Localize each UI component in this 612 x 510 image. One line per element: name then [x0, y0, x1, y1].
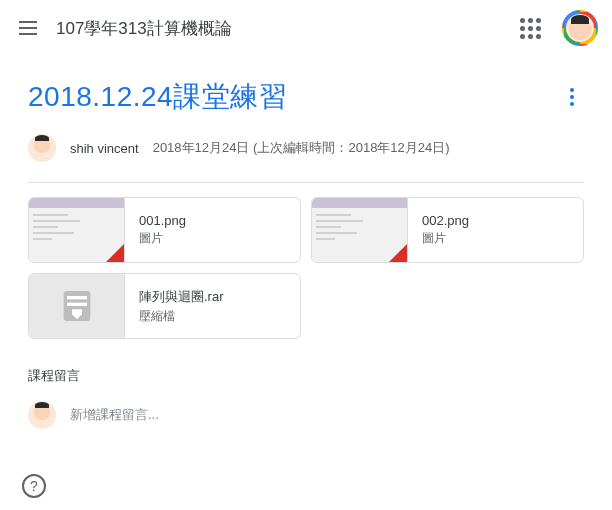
- image-thumbnail: [312, 198, 408, 262]
- comment-placeholder: 新增課程留言...: [70, 406, 159, 424]
- attachment-name: 001.png: [139, 213, 186, 228]
- menu-icon[interactable]: [14, 14, 42, 42]
- author-name: shih vincent: [70, 141, 139, 156]
- attachment-info: 001.png圖片: [125, 198, 200, 262]
- attachment-type: 圖片: [139, 230, 186, 247]
- author-avatar: [28, 134, 56, 162]
- archive-thumbnail: [29, 274, 125, 338]
- divider: [28, 182, 584, 183]
- attachment-type: 圖片: [422, 230, 469, 247]
- attachment-info: 陣列與迴圈.rar壓縮檔: [125, 274, 238, 338]
- author-row: shih vincent 2018年12月24日 (上次編輯時間：2018年12…: [28, 134, 584, 162]
- course-title[interactable]: 107學年313計算機概論: [56, 17, 518, 40]
- account-avatar[interactable]: [562, 10, 598, 46]
- attachments-grid: 001.png圖片002.png圖片陣列與迴圈.rar壓縮檔: [28, 197, 584, 339]
- help-icon[interactable]: ?: [22, 474, 46, 498]
- comment-input-row[interactable]: 新增課程留言...: [28, 401, 584, 429]
- attachment-info: 002.png圖片: [408, 198, 483, 262]
- attachment-type: 壓縮檔: [139, 308, 224, 325]
- comments-section-label: 課程留言: [28, 367, 584, 385]
- apps-grid-icon[interactable]: [518, 16, 542, 40]
- attachment-name: 陣列與迴圈.rar: [139, 288, 224, 306]
- topbar: 107學年313計算機概論: [0, 0, 612, 56]
- image-thumbnail: [29, 198, 125, 262]
- archive-icon: [57, 286, 97, 326]
- post-content: 2018.12.24課堂練習 shih vincent 2018年12月24日 …: [0, 56, 612, 429]
- attachment-card[interactable]: 陣列與迴圈.rar壓縮檔: [28, 273, 301, 339]
- attachment-card[interactable]: 002.png圖片: [311, 197, 584, 263]
- post-header: 2018.12.24課堂練習: [28, 78, 584, 116]
- more-options-icon[interactable]: [560, 85, 584, 109]
- self-avatar: [28, 401, 56, 429]
- fold-corner-icon: [389, 244, 407, 262]
- attachment-name: 002.png: [422, 213, 469, 228]
- svg-rect-1: [67, 296, 87, 299]
- attachment-card[interactable]: 001.png圖片: [28, 197, 301, 263]
- svg-rect-2: [67, 303, 87, 306]
- post-title: 2018.12.24課堂練習: [28, 78, 287, 116]
- post-dates: 2018年12月24日 (上次編輯時間：2018年12月24日): [153, 139, 450, 157]
- fold-corner-icon: [106, 244, 124, 262]
